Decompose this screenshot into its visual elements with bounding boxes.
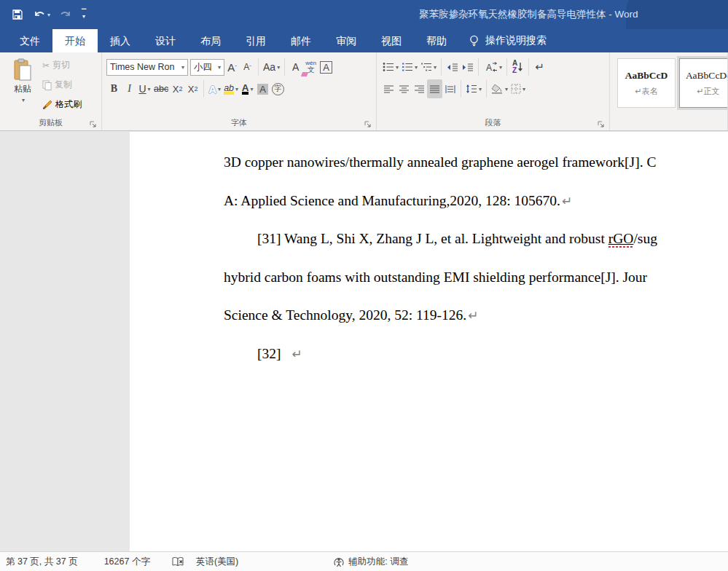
font-name-caret-icon[interactable]: ▾ [181,64,184,71]
distribute-button[interactable] [442,79,458,98]
paste-icon [12,58,33,82]
tab-mailings[interactable]: 邮件 [278,29,324,52]
copy-label: 复制 [55,79,72,91]
font-size-value: 小四 [194,61,212,74]
increase-indent-button[interactable] [460,58,475,76]
font-name-combobox[interactable]: Times New Ron ▾ [106,59,188,76]
style-card-table-name[interactable]: AaBbCcD ↵表名 [617,58,676,108]
tab-references[interactable]: 引用 [233,29,278,52]
borders-button[interactable]: ▾ [509,79,527,98]
clear-formatting-button[interactable]: A [288,58,303,76]
paragraph-dialog-launcher-icon[interactable] [598,119,606,127]
align-right-button[interactable] [412,79,427,98]
bold-button[interactable]: B [106,79,122,98]
decrease-indent-button[interactable] [445,58,460,76]
line-spacing-button[interactable]: ▾ [464,79,483,98]
font-group-label: 字体 [102,117,376,128]
tab-design[interactable]: 设计 [143,29,188,52]
paste-button[interactable]: 粘贴 ▾ [6,55,39,114]
align-right-icon [414,84,425,94]
paste-dropdown-caret[interactable]: ▾ [22,97,25,103]
grow-font-button[interactable]: Aˆ [224,58,240,76]
spellcheck-flagged-word: rGO [608,231,634,246]
font-color-button[interactable]: A▾ [240,79,255,98]
superscript-button[interactable]: X2 [185,79,200,98]
copy-button[interactable]: 复制 [42,75,82,95]
shrink-font-button[interactable]: Aˇ [240,58,255,76]
save-icon[interactable] [12,9,23,20]
sort-button[interactable]: AZ [510,58,525,76]
underline-caret-icon[interactable]: ▾ [148,86,151,92]
text-effects-caret-icon[interactable]: ▾ [218,86,221,92]
numbering-button[interactable]: ▾ [400,58,419,76]
change-case-button[interactable]: Aa▾ [262,58,281,76]
sort-arrow-icon [517,62,523,72]
paragraph-group-label: 段落 [377,117,609,128]
cut-button[interactable]: ✂ 剪切 [42,55,82,75]
tab-layout[interactable]: 布局 [188,29,233,52]
highlight-color-button[interactable]: ab▾ [222,79,240,98]
scissors-icon: ✂ [42,60,50,71]
separator [203,80,204,98]
multilevel-list-button[interactable]: ▾ [419,58,438,76]
undo-icon[interactable]: ▾ [33,9,50,20]
bullets-caret-icon[interactable]: ▾ [396,64,399,71]
font-size-caret-icon[interactable]: ▾ [218,64,221,71]
document-title: 聚苯胺掺杂环氧天然橡胶制备高导电弹性体 - Word [419,0,638,29]
doc-line: 3D copper nanowires/thermally annealed g… [224,143,728,182]
tab-home[interactable]: 开始 [52,29,98,52]
align-center-button[interactable] [396,79,412,98]
asian-layout-caret-icon[interactable]: ▾ [499,64,502,71]
word-count-status[interactable]: 16267 个字 [104,556,150,568]
document-canvas: 3D copper nanowires/thermally annealed g… [0,132,728,551]
customize-quick-access-icon[interactable]: ▔▾ [82,10,86,19]
numbering-caret-icon[interactable]: ▾ [415,64,418,71]
cut-label: 剪切 [52,59,70,71]
tab-review[interactable]: 审阅 [324,29,369,52]
style-preview: AaBbCcDc [686,70,728,82]
multilevel-caret-icon[interactable]: ▾ [434,64,437,71]
align-left-button[interactable] [381,79,396,98]
undo-dropdown-caret[interactable]: ▾ [47,12,50,18]
separator [258,58,259,76]
doc-line: [32] ↵ [224,335,728,374]
underline-button[interactable]: U▾ [137,79,152,98]
line-spacing-caret-icon[interactable]: ▾ [479,86,482,92]
tab-insert[interactable]: 插入 [98,29,143,52]
justify-button[interactable] [427,79,442,98]
asian-layout-button[interactable]: A ▾ [482,58,504,76]
subscript-button[interactable]: X2 [170,79,185,98]
highlight-caret-icon[interactable]: ▾ [235,86,238,92]
style-name: ↵表名 [635,86,657,97]
tab-file[interactable]: 文件 [7,29,52,52]
format-painter-button[interactable]: 格式刷 [42,95,82,114]
paragraph-mark: ↵ [291,347,302,361]
character-shading-button[interactable]: A [255,79,270,98]
shading-caret-icon[interactable]: ▾ [505,86,508,92]
paragraph-mark: ↵ [562,194,572,208]
clipboard-dialog-launcher-icon[interactable] [90,119,98,127]
borders-caret-icon[interactable]: ▾ [522,86,525,92]
enclose-characters-button[interactable]: 字 [270,79,286,98]
font-dialog-launcher-icon[interactable] [364,119,372,127]
proofing-status[interactable] [172,556,184,567]
language-status[interactable]: 英语(美国) [196,556,238,568]
tab-help[interactable]: 帮助 [414,29,459,52]
font-color-caret-icon[interactable]: ▾ [250,86,253,92]
page-number-status[interactable]: 第 37 页, 共 37 页 [6,556,78,568]
style-card-normal[interactable]: AaBbCcDc ↵正文 [679,58,728,108]
font-size-combobox[interactable]: 小四 ▾ [190,59,224,76]
document-page[interactable]: 3D copper nanowires/thermally annealed g… [130,132,728,551]
tell-me-search[interactable]: 操作说明搜索 [469,29,547,52]
italic-button[interactable]: I [122,79,137,98]
character-border-button[interactable]: A [318,58,334,76]
shading-button[interactable]: ▾ [490,79,509,98]
text-effects-button[interactable]: A▾ [207,79,222,98]
show-hide-marks-button[interactable]: ↵ [532,58,547,76]
doc-line: A: Applied Science and Manufacturing,202… [224,182,728,221]
redo-icon[interactable] [60,9,72,20]
tab-view[interactable]: 视图 [369,29,414,52]
accessibility-status[interactable]: 辅助功能: 调查 [333,556,408,568]
bullets-button[interactable]: ▾ [381,58,400,76]
strikethrough-button[interactable]: abc [152,79,170,98]
